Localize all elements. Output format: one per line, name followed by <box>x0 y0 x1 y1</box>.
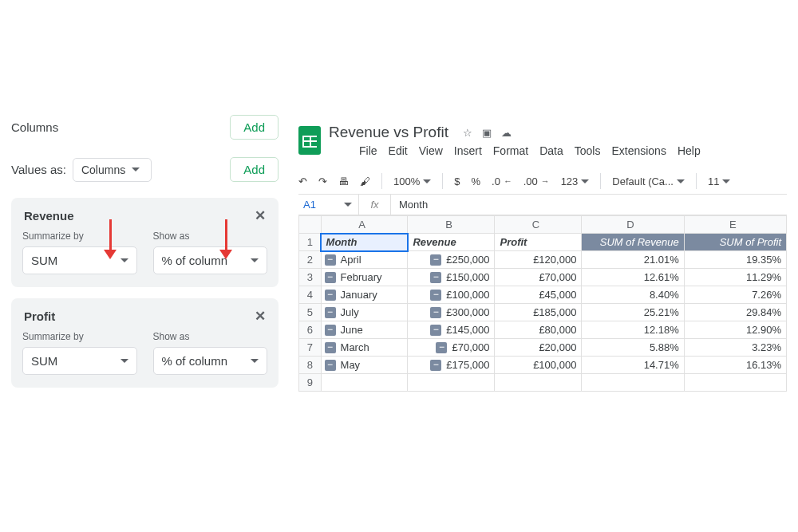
cell-month[interactable]: −July <box>321 304 408 321</box>
cell-sum-revenue[interactable]: 8.40% <box>582 286 684 304</box>
redo-button[interactable]: ↷ <box>318 175 327 187</box>
menu-extensions[interactable]: Extensions <box>611 144 666 157</box>
empty-cell[interactable] <box>408 374 495 392</box>
row-header[interactable]: 5 <box>299 304 322 321</box>
row-header[interactable]: 2 <box>299 251 322 269</box>
row-header[interactable]: 8 <box>299 357 322 374</box>
menu-tools[interactable]: Tools <box>575 144 601 157</box>
cell-month[interactable]: −June <box>321 321 408 339</box>
star-icon[interactable]: ☆ <box>463 127 472 139</box>
cell-sum-profit[interactable]: 19.35% <box>684 251 786 269</box>
cell-month[interactable]: −January <box>321 286 408 304</box>
collapse-icon[interactable]: − <box>325 360 336 371</box>
format-currency-button[interactable]: $ <box>454 175 460 187</box>
cell-revenue[interactable]: −£250,000 <box>408 251 495 269</box>
cell-sum-revenue[interactable]: 14.71% <box>582 357 684 374</box>
paint-format-button[interactable]: 🖌 <box>360 175 370 187</box>
add-column-button[interactable]: Add <box>230 115 279 140</box>
menu-help[interactable]: Help <box>678 144 701 157</box>
move-icon[interactable]: ▣ <box>482 127 492 139</box>
decrease-decimal-button[interactable]: .0← <box>492 175 512 187</box>
collapse-icon[interactable]: − <box>430 325 441 336</box>
menu-format[interactable]: Format <box>493 144 528 157</box>
cell-month[interactable]: −March <box>321 339 408 357</box>
cell-sum-profit[interactable]: 12.90% <box>684 321 786 339</box>
cell-sum-revenue[interactable]: 12.18% <box>582 321 684 339</box>
font-family-select[interactable]: Default (Ca... <box>612 175 685 187</box>
format-percent-button[interactable]: % <box>471 175 480 187</box>
remove-value-button[interactable]: ✕ <box>255 309 266 323</box>
cell-sum-revenue[interactable]: 5.88% <box>582 339 684 357</box>
collapse-icon[interactable]: − <box>325 272 336 283</box>
column-header-B[interactable]: B <box>408 216 495 234</box>
font-size-select[interactable]: 11 <box>708 175 730 187</box>
menu-edit[interactable]: Edit <box>389 144 408 157</box>
cell-profit[interactable]: £100,000 <box>495 357 582 374</box>
cell-sum-revenue[interactable]: 21.01% <box>582 251 684 269</box>
cell-profit[interactable]: £80,000 <box>495 321 582 339</box>
spreadsheet-grid[interactable]: ABCDE 1MonthRevenueProfitSUM of RevenueS… <box>298 215 787 392</box>
collapse-icon[interactable]: − <box>325 254 336 266</box>
cell-profit[interactable]: £70,000 <box>495 269 582 286</box>
cell-sum-revenue[interactable]: 25.21% <box>582 304 684 321</box>
menu-view[interactable]: View <box>419 144 443 157</box>
collapse-icon[interactable]: − <box>430 360 441 371</box>
cell-profit[interactable]: £120,000 <box>495 251 582 269</box>
cell-sum-profit[interactable]: 16.13% <box>684 357 786 374</box>
cell-profit[interactable]: £45,000 <box>495 286 582 304</box>
menu-data[interactable]: Data <box>539 144 563 157</box>
column-header-C[interactable]: C <box>495 216 582 234</box>
show-as-select[interactable]: % of column <box>153 347 268 375</box>
empty-cell[interactable] <box>582 374 684 392</box>
cell-revenue[interactable]: −£300,000 <box>408 304 495 321</box>
row-header[interactable]: 7 <box>299 339 322 357</box>
row-header[interactable]: 9 <box>299 374 322 392</box>
cell-month[interactable]: −May <box>321 357 408 374</box>
cell-profit[interactable]: £20,000 <box>495 339 582 357</box>
cell-month[interactable]: −April <box>321 251 408 269</box>
document-title[interactable]: Revenue vs Profit <box>329 124 448 141</box>
undo-button[interactable]: ↶ <box>298 175 307 187</box>
header-cell[interactable]: Profit <box>495 234 582 251</box>
collapse-icon[interactable]: − <box>430 272 441 283</box>
column-header-A[interactable]: A <box>321 216 408 234</box>
empty-cell[interactable] <box>321 374 408 392</box>
zoom-select[interactable]: 100% <box>393 175 431 187</box>
empty-cell[interactable] <box>495 374 582 392</box>
collapse-icon[interactable]: − <box>430 290 441 301</box>
values-as-select[interactable]: Columns <box>73 158 152 182</box>
row-header[interactable]: 1 <box>299 234 322 251</box>
column-header-E[interactable]: E <box>684 216 786 234</box>
collapse-icon[interactable]: − <box>436 342 447 353</box>
summarize-by-select[interactable]: SUM <box>22 246 137 274</box>
cell-revenue[interactable]: −£70,000 <box>408 339 495 357</box>
header-cell[interactable]: SUM of Revenue <box>582 234 684 251</box>
cell-revenue[interactable]: −£145,000 <box>408 321 495 339</box>
cell-sum-revenue[interactable]: 12.61% <box>582 269 684 286</box>
cell-revenue[interactable]: −£150,000 <box>408 269 495 286</box>
cell-revenue[interactable]: −£175,000 <box>408 357 495 374</box>
column-header-D[interactable]: D <box>582 216 684 234</box>
empty-cell[interactable] <box>684 374 786 392</box>
increase-decimal-button[interactable]: .00→ <box>523 175 550 187</box>
remove-value-button[interactable]: ✕ <box>255 209 266 223</box>
summarize-by-select[interactable]: SUM <box>22 347 137 375</box>
print-button[interactable]: 🖶 <box>338 175 349 187</box>
cell-profit[interactable]: £185,000 <box>495 304 582 321</box>
menu-file[interactable]: File <box>359 144 377 157</box>
row-header[interactable]: 6 <box>299 321 322 339</box>
add-value-button[interactable]: Add <box>230 157 279 182</box>
collapse-icon[interactable]: − <box>325 325 336 336</box>
collapse-icon[interactable]: − <box>325 290 336 301</box>
cell-sum-profit[interactable]: 3.23% <box>684 339 786 357</box>
cell-revenue[interactable]: −£100,000 <box>408 286 495 304</box>
collapse-icon[interactable]: − <box>430 254 441 266</box>
number-format-select[interactable]: 123 <box>561 175 590 187</box>
row-header[interactable]: 4 <box>299 286 322 304</box>
row-header[interactable]: 3 <box>299 269 322 286</box>
collapse-icon[interactable]: − <box>325 342 336 353</box>
select-all-cell[interactable] <box>299 216 322 234</box>
cell-month[interactable]: −February <box>321 269 408 286</box>
cell-sum-profit[interactable]: 11.29% <box>684 269 786 286</box>
name-box[interactable]: A1 <box>298 195 359 215</box>
